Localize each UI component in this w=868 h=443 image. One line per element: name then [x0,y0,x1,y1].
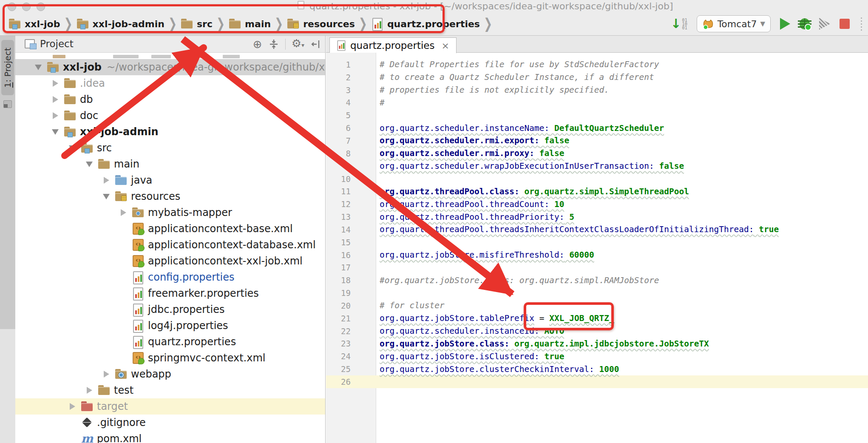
code-line-24[interactable]: 24 org.quartz.jobStore.isClustered: true [326,350,868,363]
line-number: 25 [326,364,376,374]
expanded-arrow-icon[interactable] [103,194,110,199]
tree-row-mybatis-mapper[interactable]: mybatis-mapper [15,204,326,221]
tree-row-applicationcontext-base.xml[interactable]: applicationcontext-base.xml [15,221,326,237]
collapsed-arrow-icon[interactable] [104,371,109,378]
properties-file-icon [371,17,384,30]
code-line-2[interactable]: 2 # to create a Quartz Scheduler Instanc… [326,71,868,84]
code-line-25[interactable]: 25 org.quartz.jobStore.clusterCheckinInt… [326,363,868,375]
tree-item-label: webapp [131,368,171,380]
tree-row-config.properties[interactable]: config.properties [15,269,326,285]
tree-row-webapp[interactable]: webapp [15,366,326,382]
debug-button[interactable] [800,18,810,29]
collapsed-arrow-icon[interactable] [104,177,109,184]
code-area[interactable]: 1 # Default Properties file for use by S… [326,53,868,388]
code-line-26[interactable]: 26 [326,375,868,388]
tree-row-xxl-job[interactable]: xxl-job~/workspaces/idea-git-workspace/g… [15,59,326,75]
tree-row-test[interactable]: test [15,382,326,398]
tree-item-label: freemarker.properties [148,287,259,299]
code-line-18[interactable]: 18 #org.quartz.jobStore.class: org.quart… [326,274,868,287]
breadcrumb-item-quartz.properties[interactable]: quartz.properties [371,17,480,30]
locate-file-icon[interactable]: ⊕ [253,39,262,50]
properties-file-icon [336,40,346,50]
project-view-icon [25,39,35,48]
expanded-arrow-icon[interactable] [35,65,42,70]
code-line-8[interactable]: 8 org.quartz.scheduler.rmi.proxy: false [326,147,868,160]
tree-row-.gitignore[interactable]: .gitignore [15,415,326,431]
breadcrumb-item-xxl-job-admin[interactable]: xxl-job-admin [77,17,165,30]
code-line-22[interactable]: 22 org.quartz.scheduler.instanceId: AUTO [326,325,868,338]
tree-row-resources[interactable]: resources [15,188,326,204]
tree-row-doc[interactable]: doc [15,108,326,124]
tab-quartz-properties[interactable]: quartz.properties × [329,37,457,53]
tree-row-applicationcontext-xxl-job.xml[interactable]: applicationcontext-xxl-job.xml [15,253,326,269]
properties-file-icon [132,303,145,316]
code-line-16[interactable]: 16 org.quartz.jobStore.misfireThreshold:… [326,249,868,261]
breadcrumb: xxl-job❯xxl-job-admin❯src❯main❯resources… [9,12,492,36]
toolbar-grip-handle[interactable] [861,17,862,31]
code-line-11[interactable]: 11 org.quartz.threadPool.class: org.quar… [326,185,868,198]
tree-row-src[interactable]: src [15,140,326,156]
tree-item-label: xxl-job [63,61,102,73]
settings-gear-icon[interactable]: ⚙▾ [292,38,304,51]
run-with-coverage-button[interactable] [819,18,830,30]
collapsed-arrow-icon[interactable] [53,96,58,103]
tree-row-java[interactable]: java [15,172,326,188]
hide-panel-icon[interactable] [310,39,321,50]
tree-row-log4j.properties[interactable]: log4j.properties [15,318,326,334]
tree-row-target[interactable]: target [15,398,326,415]
collapsed-arrow-icon[interactable] [87,387,92,394]
project-tool-window-tab[interactable]: 1: Project [1,40,14,95]
tree-row-springmvc-context.xml[interactable]: springmvc-context.xml [15,350,326,366]
excluded-folder-icon [81,400,94,413]
tree-row-xxl-job-admin[interactable]: xxl-job-admin [15,124,326,140]
tree-row-pom.xml[interactable]: m pom.xml [15,431,326,443]
close-tab-icon[interactable]: × [442,40,449,51]
code-line-4[interactable]: 4 # [326,97,868,109]
collapsed-arrow-icon[interactable] [70,403,75,410]
code-line-20[interactable]: 20 # for cluster [326,299,868,312]
tree-row-applicationcontext-database.xml[interactable]: applicationcontext-database.xml [15,237,326,253]
code-line-23[interactable]: 23 org.quartz.jobStore.class: org.quartz… [326,338,868,350]
run-configuration-select[interactable]: Tomcat7 ▼ [697,15,771,32]
tree-row-.idea[interactable]: .idea [15,75,326,91]
code-line-13[interactable]: 13 org.quartz.threadPool.threadPriority:… [326,210,868,223]
expanded-arrow-icon[interactable] [69,145,76,151]
collapsed-arrow-icon[interactable] [53,80,58,87]
module-folder-icon [64,125,77,138]
breadcrumb-item-main[interactable]: main [229,17,271,30]
code-line-15[interactable]: 15 [326,236,868,249]
code-line-21[interactable]: 21 org.quartz.jobStore.tablePrefix = XXL… [326,312,868,325]
code-line-19[interactable]: 19 [326,287,868,299]
code-line-12[interactable]: 12 org.quartz.threadPool.threadCount: 10 [326,198,868,210]
zoom-window-button[interactable] [37,3,45,11]
view-switcher-caret-icon[interactable]: ▼ [185,39,191,48]
breadcrumb-item-src[interactable]: src [181,17,213,30]
run-button[interactable] [780,18,790,30]
tree-row-freemarker.properties[interactable]: freemarker.properties [15,285,326,301]
stop-button[interactable] [840,19,850,29]
code-line-7[interactable]: 7 org.quartz.scheduler.rmi.export: false [326,134,868,147]
code-line-14[interactable]: 14 org.quartz.threadPool.threadsInheritC… [326,223,868,236]
tree-row-quartz.properties[interactable]: quartz.properties [15,334,326,350]
collapsed-arrow-icon[interactable] [53,112,58,119]
breadcrumb-item-resources[interactable]: resources [287,17,355,30]
code-line-3[interactable]: 3 # properties file is not explicitly sp… [326,84,868,97]
code-line-6[interactable]: 6 org.quartz.scheduler.instanceName: Def… [326,122,868,134]
minimize-window-button[interactable] [22,3,31,11]
collapse-all-icon[interactable] [268,39,279,50]
code-line-10[interactable]: 10 [326,173,868,185]
close-window-button[interactable] [8,3,16,11]
code-line-9[interactable]: 9 org.quartz.scheduler.wrapJobExecutionI… [326,160,868,173]
update-indicator-icon[interactable]: ↓ 011001 [670,18,687,30]
tree-row-main[interactable]: main [15,156,326,172]
code-line-1[interactable]: 1 # Default Properties file for use by S… [326,58,868,71]
code-line-17[interactable]: 17 [326,261,868,274]
project-path-suffix: ~/workspaces/idea-git-workspace/github/x… [107,61,326,73]
code-line-5[interactable]: 5 [326,109,868,122]
tree-row-db[interactable]: db [15,91,326,108]
collapsed-arrow-icon[interactable] [121,209,126,216]
expanded-arrow-icon[interactable] [52,129,59,135]
breadcrumb-item-xxl-job[interactable]: xxl-job [9,17,60,30]
expanded-arrow-icon[interactable] [86,162,93,167]
tree-row-jdbc.properties[interactable]: jdbc.properties [15,301,326,318]
